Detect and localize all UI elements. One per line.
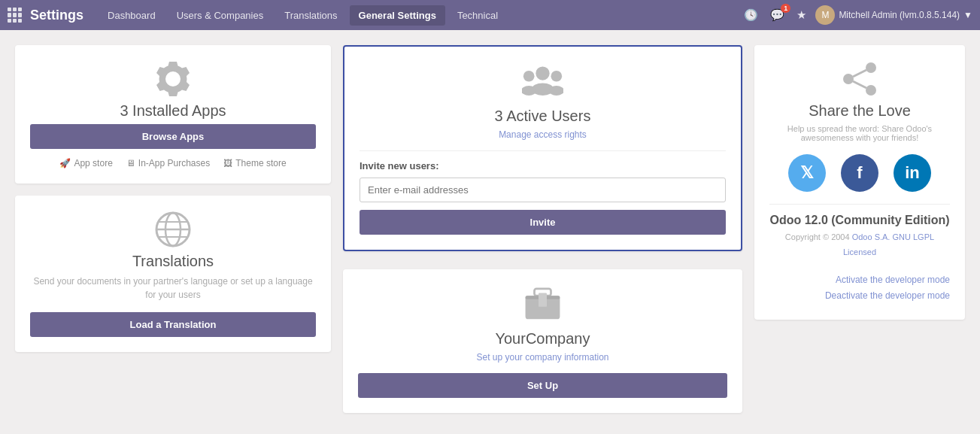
- company-title: YourCompany: [358, 330, 727, 348]
- settings-icon[interactable]: ★: [793, 5, 809, 25]
- odoo-sa-link[interactable]: Odoo S.A.: [852, 232, 890, 241]
- svg-point-16: [843, 74, 854, 84]
- main-content: 3 Installed Apps Browse Apps 🚀 App store…: [0, 30, 980, 428]
- company-card: YourCompany Set up your company informat…: [343, 269, 742, 413]
- svg-point-9: [551, 71, 563, 82]
- activate-dev-link[interactable]: Activate the developer mode: [769, 272, 950, 289]
- notification-badge: 1: [781, 4, 790, 13]
- deactivate-dev-link[interactable]: Deactivate the developer mode: [769, 288, 950, 305]
- svg-point-7: [523, 71, 535, 82]
- rocket-icon: 🚀: [59, 158, 71, 168]
- active-users-card: 3 Active Users Manage access rights Invi…: [343, 45, 742, 251]
- gear-icon: [154, 60, 192, 98]
- share-icon: [841, 60, 878, 98]
- invite-label: Invite new users:: [360, 160, 726, 171]
- main-nav: Dashboard Users & Companies Translations…: [99, 5, 741, 26]
- active-users-title: 3 Active Users: [360, 108, 726, 125]
- svg-point-15: [866, 62, 876, 73]
- twitter-icon[interactable]: 𝕏: [788, 154, 826, 192]
- inapp-link[interactable]: 🖥 In-App Purchases: [126, 158, 210, 168]
- copyright-text: Copyright © 2004 Odoo S.A. GNU LGPL Lice…: [769, 230, 950, 260]
- invite-email-input[interactable]: [360, 178, 726, 202]
- users-icon: [522, 62, 563, 103]
- load-translation-button[interactable]: Load a Translation: [30, 312, 316, 337]
- chat-icon[interactable]: 💬 1: [767, 5, 787, 25]
- right-column: Share the Love Help us spread the word: …: [754, 45, 965, 320]
- chevron-down-icon: ▼: [963, 10, 972, 20]
- share-card: Share the Love Help us spread the word: …: [754, 45, 965, 320]
- apps-links: 🚀 App store 🖥 In-App Purchases 🖼 Theme s…: [30, 158, 316, 168]
- svg-rect-14: [539, 293, 547, 306]
- svg-point-17: [866, 85, 876, 96]
- themestore-link[interactable]: 🖼 Theme store: [223, 158, 286, 168]
- left-column: 3 Installed Apps Browse Apps 🚀 App store…: [15, 45, 331, 352]
- invite-button[interactable]: Invite: [360, 210, 726, 235]
- nav-general-settings[interactable]: General Settings: [350, 5, 445, 26]
- nav-users-companies[interactable]: Users & Companies: [168, 5, 273, 26]
- company-subtitle: Set up your company information: [358, 352, 727, 363]
- user-label: Mitchell Admin (lvm.0.8.5.144): [839, 10, 960, 20]
- translations-desc: Send your documents in your partner's la…: [30, 275, 316, 302]
- nav-translations[interactable]: Translations: [275, 5, 346, 26]
- dev-links: Activate the developer mode Deactivate t…: [769, 272, 950, 305]
- avatar: M: [815, 5, 835, 25]
- nav-technical[interactable]: Technical: [448, 5, 507, 26]
- installed-apps-card: 3 Installed Apps Browse Apps 🚀 App store…: [15, 45, 331, 184]
- facebook-icon[interactable]: f: [841, 154, 878, 192]
- nav-dashboard[interactable]: Dashboard: [99, 5, 165, 26]
- linkedin-icon[interactable]: in: [894, 154, 931, 192]
- manage-access-link[interactable]: Manage access rights: [360, 129, 726, 140]
- share-desc: Help us spread the word: Share Odoo's aw…: [769, 124, 950, 142]
- grid-menu-icon[interactable]: [8, 8, 23, 23]
- social-icons: 𝕏 f in: [769, 154, 950, 192]
- svg-line-19: [853, 81, 866, 88]
- translations-title: Translations: [30, 253, 316, 270]
- appstore-link[interactable]: 🚀 App store: [59, 158, 112, 168]
- svg-point-5: [536, 66, 549, 80]
- browse-apps-button[interactable]: Browse Apps: [30, 124, 316, 149]
- app-title: Settings: [30, 8, 83, 23]
- translations-card: Translations Send your documents in your…: [15, 196, 331, 352]
- installed-apps-title: 3 Installed Apps: [30, 102, 316, 120]
- navbar-right: 🕓 💬 1 ★ M Mitchell Admin (lvm.0.8.5.144)…: [741, 5, 972, 25]
- svg-point-10: [549, 86, 563, 96]
- suitcase-icon: [522, 284, 563, 326]
- svg-point-8: [522, 86, 536, 96]
- monitor-icon: 🖥: [126, 158, 135, 168]
- navbar: Settings Dashboard Users & Companies Tra…: [0, 0, 980, 30]
- setup-button[interactable]: Set Up: [358, 373, 727, 398]
- odoo-version: Odoo 12.0 (Community Edition): [769, 214, 950, 227]
- user-menu[interactable]: M Mitchell Admin (lvm.0.8.5.144) ▼: [815, 5, 972, 25]
- middle-column: 3 Active Users Manage access rights Invi…: [343, 45, 742, 413]
- svg-line-18: [853, 70, 866, 77]
- share-title: Share the Love: [769, 102, 950, 120]
- palette-icon: 🖼: [223, 158, 232, 168]
- globe-icon: [154, 211, 192, 248]
- clock-icon[interactable]: 🕓: [741, 5, 761, 25]
